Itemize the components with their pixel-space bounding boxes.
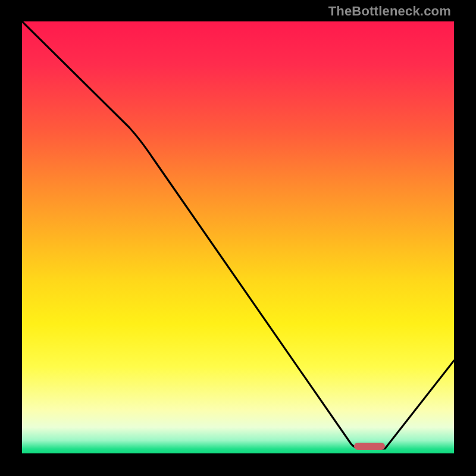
- gradient-background: [22, 21, 454, 453]
- watermark-text: TheBottleneck.com: [328, 4, 451, 19]
- plot-frame: [22, 21, 454, 453]
- optimal-marker: [354, 443, 385, 450]
